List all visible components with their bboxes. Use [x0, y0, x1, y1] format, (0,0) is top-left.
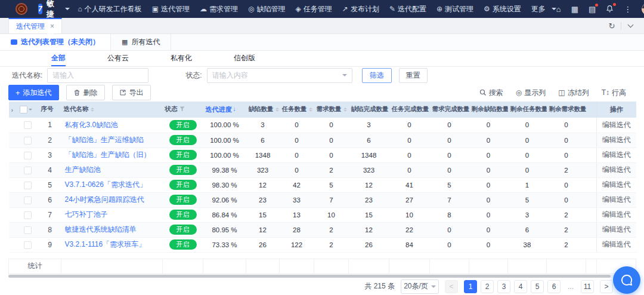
nav-item-more[interactable]: 更多	[531, 4, 556, 14]
row-status-cell: 开启	[163, 177, 203, 192]
iteration-name-link[interactable]: 私有化3.0缺陷池	[65, 121, 118, 129]
subtab-all[interactable]: 全部	[51, 51, 66, 66]
row-checkbox[interactable]	[24, 121, 32, 129]
page-button-6[interactable]: 6	[547, 280, 561, 293]
tab-all-iterations[interactable]: ▦ 所有迭代	[111, 34, 171, 50]
row-checkbox[interactable]	[24, 152, 32, 159]
freeze-columns-button[interactable]: ◫ 冻结列	[558, 88, 589, 98]
iteration-name-link[interactable]: 七巧补丁池子	[65, 210, 108, 219]
nav-item-requirement[interactable]: ☁需求管理	[200, 4, 238, 14]
edit-iteration-link[interactable]: 编辑迭代	[602, 210, 631, 219]
edit-iteration-link[interactable]: 编辑迭代	[602, 121, 631, 129]
filter-button[interactable]: 筛选	[362, 68, 392, 83]
iteration-name-link[interactable]: V3.2.1-1116「需求班车」	[65, 240, 146, 248]
export-button[interactable]: 导出	[112, 85, 151, 100]
notes-icon[interactable]: ▤	[589, 5, 596, 13]
column-label: 状态	[165, 106, 178, 113]
iteration-name-link[interactable]: 「缺陷池」生产缺陷（旧）	[65, 150, 151, 159]
select-all-checkbox[interactable]	[20, 106, 27, 113]
column-header-progress[interactable]: 迭代进度↓	[203, 102, 246, 118]
row-value: 5	[314, 177, 349, 192]
column-header-v8[interactable]: 剩余需求数量	[547, 102, 586, 118]
tab-label: 迭代管理	[16, 21, 45, 32]
column-header-v4[interactable]: 任务完成数量	[389, 102, 430, 118]
column-header-v2[interactable]: 需求数量	[314, 102, 349, 118]
show-columns-button[interactable]: ◎ 显示列	[516, 88, 546, 98]
page-button-11[interactable]: 11	[581, 280, 594, 293]
home-icon[interactable]: ⌂	[556, 5, 561, 13]
org-logo-icon	[16, 3, 27, 15]
subtab-xinchuang[interactable]: 信创版	[234, 51, 255, 66]
column-header-v6[interactable]: 剩余缺陷数量	[469, 102, 508, 118]
nav-item-task[interactable]: ◈任务管理	[296, 4, 332, 14]
column-header-v1[interactable]: 任务数量	[280, 102, 314, 118]
subtab-private[interactable]: 私有化	[171, 51, 192, 66]
iteration-name-link[interactable]: 生产缺陷池	[65, 165, 101, 174]
nav-item-test[interactable]: ⊕测试管理	[436, 4, 473, 14]
row-checkbox[interactable]	[24, 137, 32, 145]
refresh-icon[interactable]: ↻	[603, 18, 621, 33]
nav-item-iteration-config[interactable]: ✎迭代配置	[389, 4, 426, 14]
status-badge: 开启	[169, 180, 197, 190]
nav-item-defect[interactable]: ◎缺陷管理	[248, 4, 285, 14]
column-header-status[interactable]: 状态	[163, 102, 203, 118]
edit-iteration-link[interactable]: 编辑迭代	[602, 136, 631, 144]
edit-iteration-link[interactable]: 编辑迭代	[602, 150, 631, 159]
page-size-select[interactable]: 20条/页	[401, 279, 439, 294]
subtab-public-cloud[interactable]: 公有云	[107, 51, 129, 66]
column-header-name[interactable]: 迭代名称	[61, 102, 163, 118]
page-button-2[interactable]: 2	[481, 280, 494, 293]
page-button-1[interactable]: 1	[464, 280, 477, 293]
next-page-button[interactable]: >	[600, 280, 613, 293]
page-button-3[interactable]: 3	[497, 280, 510, 293]
row-value: 0	[508, 148, 547, 162]
iteration-name-link[interactable]: 24小时紧急问题跟踪迭代	[65, 195, 144, 204]
delete-button[interactable]: 删除	[66, 85, 105, 100]
column-header-v0[interactable]: 缺陷数量	[246, 102, 280, 118]
page-button-5[interactable]: 5	[531, 280, 544, 293]
iteration-name-link[interactable]: 敏捷迭代系统缺陷清单	[65, 225, 137, 233]
close-icon[interactable]: ×	[50, 22, 54, 30]
column-header-v7[interactable]: 剩余任务数量	[508, 102, 547, 118]
edit-iteration-link[interactable]: 编辑迭代	[602, 165, 631, 174]
nav-item-settings[interactable]: ⚙系统设置	[484, 4, 521, 14]
add-iteration-button[interactable]: + 添加迭代	[8, 85, 59, 100]
user-avatar[interactable]	[642, 3, 644, 15]
chevron-down-icon	[431, 285, 436, 290]
row-height-button[interactable]: T↕ 行高	[602, 88, 626, 98]
tab-iteration-list[interactable]: 迭代列表管理（未关闭）	[0, 34, 111, 50]
kebab-icon[interactable]: ⋮	[624, 5, 631, 13]
page-button-4[interactable]: 4	[514, 280, 527, 293]
status-select[interactable]: 请输入内容	[207, 68, 352, 83]
row-checkbox[interactable]	[24, 167, 32, 174]
nav-item-iteration[interactable]: ▣迭代管理	[152, 4, 190, 14]
edit-iteration-link[interactable]: 编辑迭代	[602, 195, 631, 204]
bell-icon[interactable]	[606, 5, 614, 14]
row-checkbox[interactable]	[24, 211, 32, 219]
reset-button[interactable]: 重置	[399, 68, 428, 83]
page-button-...[interactable]: ...	[564, 280, 577, 293]
row-value: 12	[246, 222, 280, 237]
chat-float-button[interactable]	[613, 266, 640, 294]
apps-icon[interactable]: ▦	[571, 5, 578, 13]
iteration-name-link[interactable]: V3.7.1-0626「需求迭代」	[65, 180, 147, 189]
table-expander[interactable]: ›	[9, 102, 17, 118]
edit-iteration-link[interactable]: 编辑迭代	[602, 240, 631, 248]
row-checkbox[interactable]	[24, 196, 32, 204]
row-checkbox[interactable]	[24, 182, 32, 189]
nav-item-release-plan[interactable]: ↗发布计划	[342, 4, 379, 14]
row-checkbox[interactable]	[24, 226, 32, 234]
search-button[interactable]: 搜索	[479, 88, 503, 98]
prev-page-button[interactable]: <	[445, 280, 458, 293]
tab-iteration-management[interactable]: 迭代管理 ×	[8, 18, 62, 33]
chevron-down-icon[interactable]	[621, 18, 639, 33]
edit-iteration-link[interactable]: 编辑迭代	[602, 180, 631, 189]
nav-item-dashboard[interactable]: ⌂个人研发工作看板	[78, 4, 142, 14]
chevron-down-icon[interactable]	[29, 109, 32, 112]
edit-iteration-link[interactable]: 编辑迭代	[602, 225, 631, 233]
row-checkbox[interactable]	[24, 241, 32, 249]
iteration-name-input[interactable]	[47, 68, 148, 83]
column-header-v3[interactable]: 缺陷完成数量	[349, 102, 389, 118]
iteration-name-link[interactable]: 「缺陷池」生产运维缺陷	[65, 136, 144, 144]
column-header-v5[interactable]: 需求完成数量	[430, 102, 469, 118]
